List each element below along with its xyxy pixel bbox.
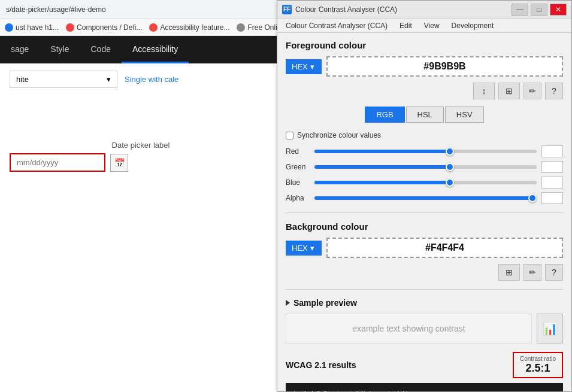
foreground-colour-row: HEX ▾ #9B9B9B: [286, 56, 563, 77]
green-slider-row: Green 155: [286, 161, 563, 173]
red-label: Red: [286, 147, 310, 156]
green-track[interactable]: [314, 165, 537, 169]
address-bar: s/date-picker/usage/#live-demo: [0, 0, 282, 19]
red-value[interactable]: 155: [541, 145, 563, 157]
bookmark-1[interactable]: ust have h1...: [5, 23, 59, 32]
bg-adjust-tool[interactable]: ⊞: [498, 264, 520, 281]
menu-app[interactable]: Colour Contrast Analyser (CCA): [281, 20, 392, 31]
wcag-title: WCAG 2.1 results: [286, 360, 356, 370]
menu-view[interactable]: View: [419, 20, 444, 31]
blue-fill: [314, 181, 450, 184]
sync-checkbox[interactable]: [286, 132, 293, 139]
sliders-container: Red 155 Green 155 Blue: [286, 145, 563, 204]
nav-style[interactable]: Style: [40, 36, 80, 63]
red-thumb[interactable]: [446, 147, 454, 156]
menu-edit[interactable]: Edit: [395, 20, 417, 31]
swap-tool[interactable]: ↕: [473, 83, 495, 99]
background-tools: ⊞ ✏ ?: [286, 264, 563, 281]
bg-eyedropper-tool[interactable]: ✏: [523, 264, 541, 281]
foreground-hex-value[interactable]: #9B9B9B: [326, 56, 563, 77]
adjust-tool[interactable]: ⊞: [498, 83, 520, 99]
blue-thumb[interactable]: [446, 178, 454, 187]
contrast-ratio-value: 2.5:1: [520, 362, 556, 375]
background-section-title: Background colour: [286, 221, 563, 232]
green-label: Green: [286, 163, 310, 171]
accordion-arrow-icon: [294, 391, 298, 392]
menu-bar: Colour Contrast Analyser (CCA) Edit View…: [277, 19, 571, 33]
alpha-slider-row: Alpha 1: [286, 192, 563, 204]
sliders-icon: ⊞: [506, 86, 513, 96]
tab-hsl[interactable]: HSL: [406, 107, 444, 123]
window-title: Colour Contrast Analyser (CCA): [295, 5, 512, 14]
preview-triangle-icon: [286, 300, 290, 306]
section-divider-1: [286, 212, 563, 213]
window-controls: — □ ✕: [512, 4, 567, 16]
calendar-icon: 📅: [114, 158, 125, 168]
cca-body: Foreground colour HEX ▾ #9B9B9B ↕ ⊞ ✏ ?: [277, 33, 571, 391]
alpha-thumb[interactable]: [528, 194, 537, 202]
nav-code[interactable]: Code: [80, 36, 121, 63]
bookmark-2[interactable]: Components / Defi...: [66, 23, 142, 32]
cca-window: FF Colour Contrast Analyser (CCA) — □ ✕ …: [277, 0, 572, 392]
demo-link[interactable]: Single with cale: [125, 75, 178, 84]
date-picker-input-row: 📅: [10, 153, 272, 172]
bg-dropdown-arrow: ▾: [310, 244, 314, 253]
bookmark-icon-3: [149, 23, 158, 32]
menu-development[interactable]: Development: [447, 20, 499, 31]
nav-accessibility[interactable]: Accessibility: [122, 36, 189, 63]
green-thumb[interactable]: [446, 163, 454, 171]
background-colour-row: HEX ▾ #F4F4F4: [286, 238, 563, 258]
bookmark-icon-2: [66, 23, 74, 32]
eyedropper-icon: ✏: [529, 86, 536, 96]
close-button[interactable]: ✕: [550, 4, 567, 16]
eyedropper-tool[interactable]: ✏: [523, 83, 541, 99]
theme-select[interactable]: hite ▾: [10, 71, 117, 88]
red-track[interactable]: [314, 150, 537, 153]
date-picker-section: Date picker label 📅: [0, 141, 282, 172]
background-hex-value[interactable]: #F4F4F4: [326, 238, 563, 258]
green-value[interactable]: 155: [541, 161, 563, 173]
accordion-contrast-minimum[interactable]: 1.4.3 Contrast (Minimum) (AA): [286, 383, 563, 391]
colour-mode-tabs: RGB HSL HSV: [286, 107, 563, 123]
sample-preview-box: example text showing contrast 📊: [286, 314, 563, 344]
bookmark-label-3: Accessibility feature...: [160, 23, 229, 32]
blue-slider-row: Blue 155: [286, 177, 563, 189]
background-website: s/date-picker/usage/#live-demo ust have …: [0, 0, 282, 392]
calendar-button[interactable]: 📅: [110, 154, 128, 172]
background-format-dropdown[interactable]: HEX ▾: [286, 241, 322, 256]
select-chevron: ▾: [107, 75, 111, 84]
sample-preview-title: Sample preview: [293, 298, 357, 308]
blue-track[interactable]: [314, 181, 537, 184]
page-content: hite ▾ Single with cale: [0, 63, 282, 105]
tab-rgb[interactable]: RGB: [365, 107, 404, 123]
minimize-button[interactable]: —: [512, 4, 528, 16]
bg-help-icon: ?: [552, 268, 556, 277]
bg-sliders-icon: ⊞: [506, 268, 513, 277]
bookmark-4[interactable]: Free Onli...: [237, 23, 282, 32]
title-bar: FF Colour Contrast Analyser (CCA) — □ ✕: [277, 1, 571, 19]
red-slider-row: Red 155: [286, 145, 563, 157]
foreground-tools: ↕ ⊞ ✏ ?: [286, 83, 563, 99]
alpha-value[interactable]: 1: [541, 192, 563, 204]
sample-preview-header: Sample preview: [286, 298, 563, 308]
chart-icon: 📊: [543, 321, 558, 336]
foreground-format-dropdown[interactable]: HEX ▾: [286, 59, 322, 74]
blue-value[interactable]: 155: [541, 177, 563, 189]
help-icon: ?: [552, 86, 556, 96]
dropdown-arrow: ▾: [310, 62, 314, 71]
date-picker-input[interactable]: [10, 153, 105, 172]
accordion-label: 1.4.3 Contrast (Minimum) (AA): [303, 389, 408, 391]
app-icon: FF: [282, 5, 292, 14]
chart-view-button[interactable]: 📊: [537, 314, 563, 344]
bookmark-3[interactable]: Accessibility feature...: [149, 23, 229, 32]
alpha-track[interactable]: [314, 196, 537, 200]
help-tool[interactable]: ?: [545, 83, 563, 99]
tab-hsv[interactable]: HSV: [445, 107, 484, 123]
bg-help-tool[interactable]: ?: [545, 264, 563, 281]
nav-usage[interactable]: sage: [0, 36, 40, 63]
maximize-button[interactable]: □: [531, 4, 547, 16]
bg-eyedropper-icon: ✏: [529, 268, 536, 277]
bookmark-label-2: Components / Defi...: [77, 23, 142, 32]
green-fill: [314, 165, 450, 169]
blue-label: Blue: [286, 178, 310, 187]
